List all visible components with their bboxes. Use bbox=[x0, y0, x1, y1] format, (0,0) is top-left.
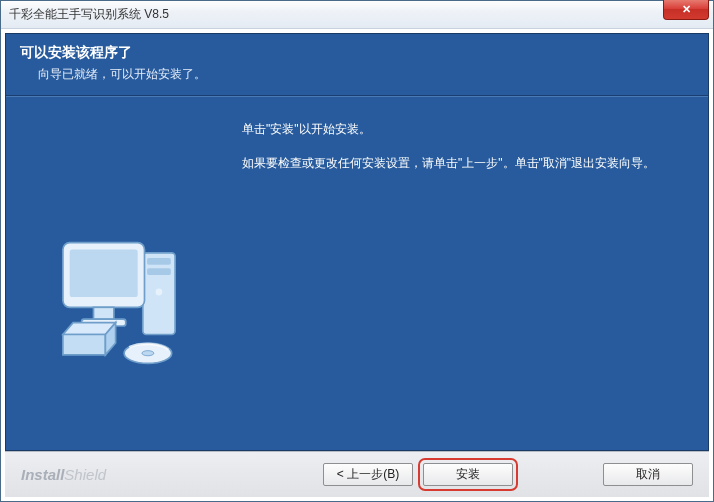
wizard-header: 可以安装该程序了 向导已就绪，可以开始安装了。 bbox=[6, 34, 708, 95]
window-title: 千彩全能王手写识别系统 V8.5 bbox=[9, 6, 169, 23]
instruction-line-1: 单击"安装"以开始安装。 bbox=[242, 119, 680, 141]
button-bar: InstallShield < 上一步(B) 安装 取消 bbox=[5, 451, 709, 497]
titlebar: 千彩全能王手写识别系统 V8.5 ✕ bbox=[1, 1, 713, 29]
cancel-button[interactable]: 取消 bbox=[603, 463, 693, 486]
wizard-body: 可以安装该程序了 向导已就绪，可以开始安装了。 bbox=[5, 33, 709, 451]
back-button[interactable]: < 上一步(B) bbox=[323, 463, 413, 486]
installer-window: 千彩全能王手写识别系统 V8.5 ✕ 可以安装该程序了 向导已就绪，可以开始安装… bbox=[0, 0, 714, 502]
svg-rect-1 bbox=[147, 258, 171, 265]
wizard-content: 单击"安装"以开始安装。 如果要检查或更改任何安装设置，请单击"上一步"。单击"… bbox=[6, 97, 708, 450]
close-icon: ✕ bbox=[682, 3, 691, 16]
svg-point-12 bbox=[142, 351, 154, 356]
computer-install-illustration bbox=[34, 207, 204, 377]
close-button[interactable]: ✕ bbox=[663, 0, 709, 20]
instruction-text: 单击"安装"以开始安装。 如果要检查或更改任何安装设置，请单击"上一步"。单击"… bbox=[242, 119, 680, 186]
instruction-line-2: 如果要检查或更改任何安装设置，请单击"上一步"。单击"取消"退出安装向导。 bbox=[242, 153, 680, 175]
install-button[interactable]: 安装 bbox=[423, 463, 513, 486]
wizard-header-subtitle: 向导已就绪，可以开始安装了。 bbox=[20, 66, 694, 83]
wizard-header-title: 可以安装该程序了 bbox=[20, 44, 694, 62]
svg-point-3 bbox=[156, 289, 163, 296]
svg-rect-5 bbox=[70, 250, 138, 298]
svg-marker-9 bbox=[63, 335, 106, 355]
installshield-brand: InstallShield bbox=[21, 466, 106, 483]
svg-rect-2 bbox=[147, 268, 171, 275]
svg-rect-6 bbox=[94, 307, 114, 319]
